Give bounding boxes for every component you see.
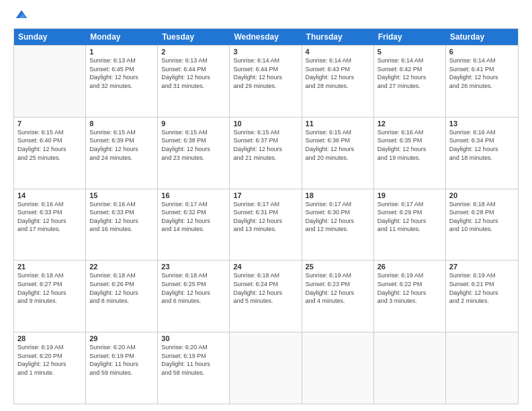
day-cell-17: 17Sunrise: 6:17 AMSunset: 6:31 PMDayligh… bbox=[230, 189, 302, 261]
calendar-body: 1Sunrise: 6:13 AMSunset: 6:45 PMDaylight… bbox=[14, 45, 518, 404]
empty-cell bbox=[374, 332, 446, 404]
day-cell-25: 25Sunrise: 6:19 AMSunset: 6:23 PMDayligh… bbox=[302, 261, 374, 332]
day-number: 22 bbox=[89, 263, 154, 271]
logo-icon bbox=[15, 8, 28, 21]
day-info: Sunrise: 6:19 AMSunset: 6:23 PMDaylight:… bbox=[306, 271, 370, 305]
calendar-header: SundayMondayTuesdayWednesdayThursdayFrid… bbox=[14, 29, 518, 45]
day-number: 14 bbox=[17, 191, 82, 199]
day-info: Sunrise: 6:15 AMSunset: 6:36 PMDaylight:… bbox=[306, 128, 370, 162]
day-info: Sunrise: 6:14 AMSunset: 6:43 PMDaylight:… bbox=[306, 56, 370, 90]
day-cell-29: 29Sunrise: 6:20 AMSunset: 6:19 PMDayligh… bbox=[86, 332, 158, 404]
day-number: 27 bbox=[449, 263, 515, 271]
day-number: 16 bbox=[161, 191, 226, 199]
day-number: 30 bbox=[161, 334, 226, 342]
day-info: Sunrise: 6:15 AMSunset: 6:37 PMDaylight:… bbox=[233, 128, 298, 162]
day-cell-7: 7Sunrise: 6:15 AMSunset: 6:40 PMDaylight… bbox=[14, 118, 86, 189]
logo bbox=[13, 11, 28, 21]
day-cell-19: 19Sunrise: 6:17 AMSunset: 6:29 PMDayligh… bbox=[374, 189, 446, 261]
day-number: 26 bbox=[378, 263, 442, 271]
day-number: 25 bbox=[306, 263, 370, 271]
day-info: Sunrise: 6:15 AMSunset: 6:39 PMDaylight:… bbox=[89, 128, 154, 162]
day-info: Sunrise: 6:16 AMSunset: 6:33 PMDaylight:… bbox=[17, 200, 82, 234]
day-cell-16: 16Sunrise: 6:17 AMSunset: 6:32 PMDayligh… bbox=[158, 189, 230, 261]
day-cell-22: 22Sunrise: 6:18 AMSunset: 6:26 PMDayligh… bbox=[86, 261, 158, 332]
day-info: Sunrise: 6:17 AMSunset: 6:31 PMDaylight:… bbox=[233, 200, 298, 234]
page: SundayMondayTuesdayWednesdayThursdayFrid… bbox=[0, 0, 532, 411]
week-row-5: 28Sunrise: 6:19 AMSunset: 6:20 PMDayligh… bbox=[14, 332, 518, 404]
day-cell-2: 2Sunrise: 6:13 AMSunset: 6:44 PMDaylight… bbox=[158, 46, 230, 117]
day-header-saturday: Saturday bbox=[446, 29, 518, 45]
day-cell-3: 3Sunrise: 6:14 AMSunset: 6:44 PMDaylight… bbox=[230, 46, 302, 117]
day-info: Sunrise: 6:14 AMSunset: 6:44 PMDaylight:… bbox=[233, 56, 298, 90]
day-info: Sunrise: 6:15 AMSunset: 6:40 PMDaylight:… bbox=[17, 128, 82, 162]
header bbox=[13, 11, 519, 21]
day-number: 24 bbox=[233, 263, 298, 271]
day-header-monday: Monday bbox=[86, 29, 158, 45]
empty-cell bbox=[446, 332, 518, 404]
day-cell-28: 28Sunrise: 6:19 AMSunset: 6:20 PMDayligh… bbox=[14, 332, 86, 404]
day-cell-10: 10Sunrise: 6:15 AMSunset: 6:37 PMDayligh… bbox=[230, 118, 302, 189]
day-number: 21 bbox=[17, 263, 82, 271]
day-cell-4: 4Sunrise: 6:14 AMSunset: 6:43 PMDaylight… bbox=[302, 46, 374, 117]
day-number: 10 bbox=[233, 120, 298, 128]
day-info: Sunrise: 6:16 AMSunset: 6:33 PMDaylight:… bbox=[89, 200, 154, 234]
week-row-2: 7Sunrise: 6:15 AMSunset: 6:40 PMDaylight… bbox=[14, 117, 518, 189]
day-header-thursday: Thursday bbox=[302, 29, 374, 45]
day-cell-9: 9Sunrise: 6:15 AMSunset: 6:38 PMDaylight… bbox=[158, 118, 230, 189]
day-info: Sunrise: 6:17 AMSunset: 6:29 PMDaylight:… bbox=[378, 200, 442, 234]
day-number: 13 bbox=[449, 120, 515, 128]
day-cell-30: 30Sunrise: 6:20 AMSunset: 6:19 PMDayligh… bbox=[158, 332, 230, 404]
day-cell-12: 12Sunrise: 6:16 AMSunset: 6:35 PMDayligh… bbox=[374, 118, 446, 189]
day-cell-20: 20Sunrise: 6:18 AMSunset: 6:28 PMDayligh… bbox=[446, 189, 518, 261]
day-number: 18 bbox=[306, 191, 370, 199]
week-row-4: 21Sunrise: 6:18 AMSunset: 6:27 PMDayligh… bbox=[14, 260, 518, 332]
day-number: 29 bbox=[89, 334, 154, 342]
day-number: 12 bbox=[378, 120, 442, 128]
day-number: 9 bbox=[161, 120, 226, 128]
week-row-1: 1Sunrise: 6:13 AMSunset: 6:45 PMDaylight… bbox=[14, 45, 518, 117]
week-row-3: 14Sunrise: 6:16 AMSunset: 6:33 PMDayligh… bbox=[14, 189, 518, 261]
day-number: 19 bbox=[378, 191, 442, 199]
day-number: 11 bbox=[306, 120, 370, 128]
empty-cell bbox=[230, 332, 302, 404]
day-cell-26: 26Sunrise: 6:19 AMSunset: 6:22 PMDayligh… bbox=[374, 261, 446, 332]
day-cell-5: 5Sunrise: 6:14 AMSunset: 6:42 PMDaylight… bbox=[374, 46, 446, 117]
day-header-wednesday: Wednesday bbox=[230, 29, 302, 45]
day-header-sunday: Sunday bbox=[14, 29, 86, 45]
day-cell-13: 13Sunrise: 6:16 AMSunset: 6:34 PMDayligh… bbox=[446, 118, 518, 189]
day-cell-8: 8Sunrise: 6:15 AMSunset: 6:39 PMDaylight… bbox=[86, 118, 158, 189]
day-number: 5 bbox=[378, 48, 442, 56]
empty-cell bbox=[14, 46, 86, 117]
day-cell-6: 6Sunrise: 6:14 AMSunset: 6:41 PMDaylight… bbox=[446, 46, 518, 117]
day-info: Sunrise: 6:19 AMSunset: 6:20 PMDaylight:… bbox=[17, 343, 82, 377]
day-info: Sunrise: 6:15 AMSunset: 6:38 PMDaylight:… bbox=[161, 128, 226, 162]
day-header-tuesday: Tuesday bbox=[158, 29, 230, 45]
day-info: Sunrise: 6:16 AMSunset: 6:35 PMDaylight:… bbox=[378, 128, 442, 162]
day-number: 7 bbox=[17, 120, 82, 128]
day-header-friday: Friday bbox=[374, 29, 446, 45]
day-info: Sunrise: 6:18 AMSunset: 6:24 PMDaylight:… bbox=[233, 271, 298, 305]
day-info: Sunrise: 6:16 AMSunset: 6:34 PMDaylight:… bbox=[449, 128, 515, 162]
day-cell-1: 1Sunrise: 6:13 AMSunset: 6:45 PMDaylight… bbox=[86, 46, 158, 117]
day-cell-14: 14Sunrise: 6:16 AMSunset: 6:33 PMDayligh… bbox=[14, 189, 86, 261]
day-number: 1 bbox=[89, 48, 154, 56]
day-info: Sunrise: 6:13 AMSunset: 6:45 PMDaylight:… bbox=[89, 56, 154, 90]
day-cell-24: 24Sunrise: 6:18 AMSunset: 6:24 PMDayligh… bbox=[230, 261, 302, 332]
empty-cell bbox=[302, 332, 374, 404]
day-info: Sunrise: 6:18 AMSunset: 6:25 PMDaylight:… bbox=[161, 271, 226, 305]
day-cell-21: 21Sunrise: 6:18 AMSunset: 6:27 PMDayligh… bbox=[14, 261, 86, 332]
day-number: 15 bbox=[89, 191, 154, 199]
day-info: Sunrise: 6:14 AMSunset: 6:42 PMDaylight:… bbox=[378, 56, 442, 90]
day-info: Sunrise: 6:13 AMSunset: 6:44 PMDaylight:… bbox=[161, 56, 226, 90]
day-number: 6 bbox=[449, 48, 515, 56]
day-cell-27: 27Sunrise: 6:19 AMSunset: 6:21 PMDayligh… bbox=[446, 261, 518, 332]
day-cell-15: 15Sunrise: 6:16 AMSunset: 6:33 PMDayligh… bbox=[86, 189, 158, 261]
day-cell-23: 23Sunrise: 6:18 AMSunset: 6:25 PMDayligh… bbox=[158, 261, 230, 332]
day-number: 17 bbox=[233, 191, 298, 199]
day-info: Sunrise: 6:14 AMSunset: 6:41 PMDaylight:… bbox=[449, 56, 515, 90]
day-cell-18: 18Sunrise: 6:17 AMSunset: 6:30 PMDayligh… bbox=[302, 189, 374, 261]
day-cell-11: 11Sunrise: 6:15 AMSunset: 6:36 PMDayligh… bbox=[302, 118, 374, 189]
day-info: Sunrise: 6:18 AMSunset: 6:28 PMDaylight:… bbox=[449, 200, 515, 234]
day-number: 8 bbox=[89, 120, 154, 128]
day-number: 4 bbox=[306, 48, 370, 56]
